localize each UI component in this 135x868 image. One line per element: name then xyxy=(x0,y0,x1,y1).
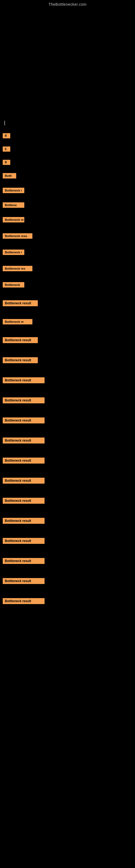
result-item: Bottleneck result xyxy=(0,456,135,467)
result-item: B xyxy=(0,131,135,142)
result-item: Bottleneck result xyxy=(0,596,135,607)
result-item: Bottleneck re xyxy=(0,215,135,226)
result-item: Bottleneck result xyxy=(0,415,135,427)
result-label: Bottleneck result xyxy=(3,337,38,343)
result-item: Bottleneck result xyxy=(0,375,135,386)
result-label: B xyxy=(3,160,10,165)
result-item: Bottleneck r xyxy=(0,247,135,258)
result-label: Bottleneck r xyxy=(3,188,24,193)
result-label: Bottleneck result xyxy=(3,377,45,383)
result-label: Bottleneck result xyxy=(3,357,38,363)
result-label: E xyxy=(3,147,10,152)
cursor-indicator: | xyxy=(0,117,135,127)
result-label: Bottleneck result xyxy=(3,300,38,306)
result-label: Bottleneck re xyxy=(3,319,32,324)
result-item: Bottleneck result xyxy=(0,435,135,447)
result-label: Bottleneck result xyxy=(3,538,45,544)
result-label: Bottleneck result xyxy=(3,417,45,424)
result-label: Bottleneck r xyxy=(3,250,24,255)
result-item: Bottleneck res xyxy=(0,264,135,275)
result-label: Bottleneck result xyxy=(3,558,45,564)
result-item: Bottleneck result xyxy=(0,516,135,527)
result-item: Bottleneck result xyxy=(0,576,135,587)
result-item: Bottleneck result xyxy=(0,355,135,367)
result-label: B xyxy=(3,133,10,138)
result-label: Bottleneck res xyxy=(3,266,32,271)
result-label: Bottleneck result xyxy=(3,518,45,524)
site-title: TheBottlenecker.com xyxy=(0,0,135,9)
result-label: Bottleneck resu xyxy=(3,233,32,239)
result-item: Bottleneck resu xyxy=(0,231,135,242)
result-item: Bottleneck result xyxy=(0,556,135,567)
result-label: Bottl xyxy=(3,173,16,179)
result-label: Bottleneck result xyxy=(3,458,45,464)
result-label: Bottleneck re xyxy=(3,217,24,222)
result-item: E xyxy=(0,144,135,155)
result-item: Bottleneck result xyxy=(0,298,135,310)
result-item: Bottleneck xyxy=(0,280,135,291)
result-label: Bottleneck result xyxy=(3,478,45,484)
result-item: Bottleneck r xyxy=(0,186,135,196)
result-item: Bottleneck result xyxy=(0,475,135,487)
results-list: BEBBottlBottleneck rBottleneBottleneck r… xyxy=(0,131,135,616)
result-item: Bottleneck result xyxy=(0,536,135,547)
result-item: Bottleneck result xyxy=(0,496,135,507)
result-label: Bottleneck result xyxy=(3,437,45,443)
result-item: Bottleneck result xyxy=(0,335,135,346)
result-label: Bottleneck result xyxy=(3,397,45,403)
result-item: Bottleneck re xyxy=(0,317,135,328)
result-label: Bottleneck result xyxy=(3,498,45,504)
result-label: Bottleneck result xyxy=(3,598,45,604)
result-label: Bottleneck xyxy=(3,282,24,287)
result-item: Bottl xyxy=(0,171,135,182)
result-section: | BEBBottlBottleneck rBottleneBottleneck… xyxy=(0,112,135,616)
chart-area xyxy=(0,9,135,112)
result-item: B xyxy=(0,158,135,168)
result-label: Bottleneck result xyxy=(3,578,45,584)
site-title-bar: TheBottlenecker.com xyxy=(0,0,135,9)
result-item: Bottleneck result xyxy=(0,395,135,407)
result-label: Bottlene xyxy=(3,203,24,208)
result-item: Bottlene xyxy=(0,200,135,211)
